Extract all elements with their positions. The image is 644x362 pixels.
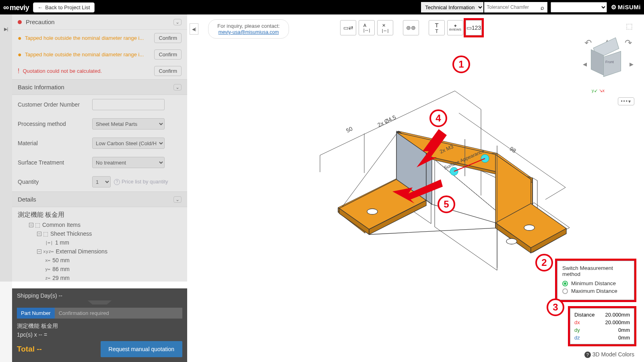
svg-marker-1: [392, 179, 443, 204]
tool-measure-icon[interactable]: ▭123: [466, 20, 482, 35]
search-wrap: ⌕: [484, 2, 547, 12]
callout-1: 1: [452, 56, 470, 73]
basic-info-title: Basic Information: [18, 84, 64, 90]
footer-name: 測定機能 板金用: [12, 322, 187, 331]
xyz-icon: xyz↔: [43, 249, 54, 254]
basic-info-header[interactable]: Basic Information ⌄: [12, 79, 187, 95]
svg-marker-0: [417, 129, 447, 167]
rotate-right-icon[interactable]: ↷: [625, 38, 632, 48]
tool-hole-icon[interactable]: ⊚⊚: [403, 20, 419, 35]
dz-label: dz: [574, 335, 580, 341]
tree-root: 測定機能 板金用: [18, 210, 182, 220]
part-number-value[interactable]: Confirmation required: [55, 308, 182, 319]
tree-thickness[interactable]: −⬚Sheet Thickness: [18, 229, 182, 238]
panel-collapse-right[interactable]: ◀|: [190, 23, 198, 35]
distance-label: Distance: [574, 312, 595, 318]
nav-cube[interactable]: ⬚ ↶ ↷ ▲ ◀ ▶ Front y↙ ↘x •••▾: [582, 22, 634, 94]
material-row: Material Low Carbon Steel (Cold/Ho…: [12, 134, 187, 153]
tool-angle-dim-icon[interactable]: A|↔|: [359, 20, 375, 35]
footer-qty-line: 1pc(s) x -- =: [12, 331, 187, 339]
collapse-icon[interactable]: −: [37, 232, 41, 236]
collapse-icon[interactable]: −: [29, 223, 33, 227]
price-list-link[interactable]: ?Price list by quantity: [114, 179, 168, 185]
measurement-switch-panel: Switch Measurement method Minimum Distan…: [557, 261, 634, 300]
processing-label: Processing method: [18, 121, 92, 127]
topbar: ∞meviy Back to Project List Technical In…: [0, 0, 644, 14]
footer: Shipping Day(s) -- Part Number Confirmat…: [12, 288, 187, 362]
material-select[interactable]: Low Carbon Steel (Cold/Ho…: [92, 138, 165, 149]
alert-text[interactable]: Tapped hole outside the nominal diameter…: [25, 35, 155, 41]
alert-dot-icon: [18, 20, 22, 24]
precaution-header[interactable]: Precaution ⌄: [12, 14, 187, 30]
technical-info-dropdown[interactable]: Technical Information: [421, 2, 483, 12]
order-number-input[interactable]: [92, 99, 165, 110]
help-icon: ?: [114, 179, 120, 185]
tree-common[interactable]: −⬚Common Items: [18, 220, 182, 229]
alert-text[interactable]: Tapped hole outside the nominal diameter…: [25, 51, 155, 58]
tool-6views-icon[interactable]: ✚6VIEWS: [447, 20, 463, 35]
inquiry-text: For inquiry, please contact:: [217, 23, 280, 29]
confirm-button[interactable]: Confirm: [154, 33, 182, 43]
min-distance-option[interactable]: Minimum Distance: [562, 280, 629, 286]
cube-icon: ⬚: [35, 222, 40, 228]
surface-label: Surface Treatment: [18, 159, 92, 166]
search-input[interactable]: [484, 2, 541, 12]
surface-row: Surface Treatment No treatment: [12, 153, 187, 172]
svg-point-42: [367, 209, 378, 214]
callout-3: 3: [547, 298, 564, 316]
tool-clear-dim-icon[interactable]: ✕|↔|: [377, 20, 393, 35]
max-distance-option[interactable]: Maximum Distance: [562, 288, 629, 294]
chevron-down-icon[interactable]: ⌄: [173, 196, 182, 203]
svg-point-43: [524, 225, 535, 230]
y-dim-icon: y↔: [45, 267, 50, 272]
dx-value: 20.000mm: [605, 319, 630, 325]
collapse-icon[interactable]: −: [37, 249, 41, 254]
nav-cube-box[interactable]: Front: [592, 44, 624, 76]
alert-row: ! Quotation could not be calculated. Con…: [12, 63, 187, 79]
inquiry-email[interactable]: meviy-usa@misumiusa.com: [218, 29, 279, 35]
iso-cube-icon[interactable]: ⬚: [626, 22, 633, 31]
precaution-title: Precaution: [26, 19, 55, 25]
model-colors-link[interactable]: ?3D Model Colors: [584, 351, 634, 358]
confirm-button[interactable]: Confirm: [154, 49, 182, 60]
quantity-select[interactable]: 1: [92, 176, 111, 187]
callout-4: 4: [429, 109, 447, 127]
chevron-down-icon[interactable]: ⌄: [173, 19, 182, 25]
toolbar: ▭⇄ A|↔| ✕|↔| ⊚⊚ TT ✚6VIEWS ▭123: [340, 20, 482, 35]
quantity-label: Quantity: [18, 179, 92, 185]
processing-select[interactable]: Sheet Metal Parts: [92, 118, 165, 130]
tool-text-icon[interactable]: TT: [429, 20, 445, 35]
x-dim-icon: x↔: [45, 258, 50, 263]
panel-collapse-left[interactable]: ▶|: [0, 14, 12, 362]
details-title: Details: [18, 196, 36, 203]
rotate-left-icon[interactable]: ↶: [584, 38, 592, 48]
nav-right-icon[interactable]: ▶: [630, 61, 634, 67]
dz-value: 0mm: [618, 335, 630, 341]
brand-logo: ∞meviy: [3, 3, 29, 12]
chevron-down-icon[interactable]: ⌄: [173, 84, 182, 90]
expand-handle[interactable]: [88, 300, 112, 304]
manual-quotation-button[interactable]: Request manual quotation: [101, 341, 182, 357]
help-icon: ?: [584, 352, 591, 358]
user-dropdown[interactable]: [551, 2, 607, 12]
details-header[interactable]: Details ⌄: [12, 191, 187, 207]
back-to-projects-button[interactable]: Back to Project List: [33, 2, 94, 12]
confirm-button[interactable]: Confirm: [154, 66, 182, 76]
inquiry-box: For inquiry, please contact: meviy-usa@m…: [208, 19, 289, 39]
tree-x: x↔50 mm: [18, 256, 182, 265]
nav-left-icon[interactable]: ◀: [583, 61, 587, 67]
svg-text:2x Ø4.5: 2x Ø4.5: [376, 114, 397, 128]
dim-icon: |↔|: [45, 240, 53, 245]
nav-menu-icon[interactable]: •••▾: [618, 97, 634, 105]
alert-row: ● Tapped hole outside the nominal diamet…: [12, 46, 187, 63]
alert-text[interactable]: Quotation could not be calculated.: [23, 68, 154, 74]
dx-label: dx: [574, 319, 580, 325]
total-price: Total --: [17, 345, 42, 354]
tree-ext[interactable]: −xyz↔External Dimensions: [18, 247, 182, 256]
order-number-label: Customer Order Number: [18, 101, 92, 108]
surface-select[interactable]: No treatment: [92, 157, 165, 168]
search-icon[interactable]: ⌕: [541, 4, 544, 11]
tree-thickness-val: |↔|1 mm: [18, 238, 182, 247]
tool-select-icon[interactable]: ▭⇄: [340, 20, 356, 35]
dy-label: dy: [574, 327, 580, 333]
